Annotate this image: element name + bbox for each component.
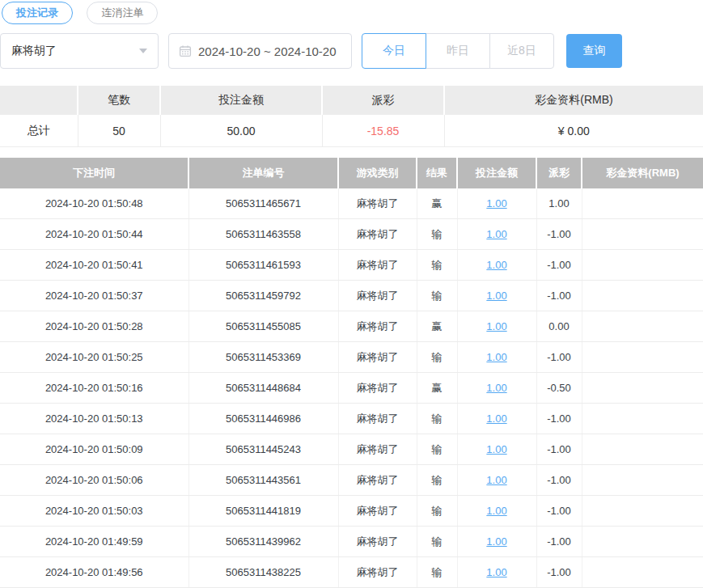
cell-order-id: 5065311443561	[188, 465, 338, 496]
date-range-input[interactable]: 2024-10-20 ~ 2024-10-20	[168, 33, 352, 69]
cell-bet-time: 2024-10-20 01:50:16	[0, 373, 188, 404]
bet-amount-link[interactable]: 1.00	[486, 290, 506, 302]
cell-order-id: 5065311463558	[188, 219, 338, 250]
bet-amount-link[interactable]: 1.00	[486, 505, 506, 517]
header-bonus: 彩金资料(RMB)	[582, 158, 703, 188]
summary-header-blank	[0, 86, 78, 115]
bet-amount-link[interactable]: 1.00	[486, 412, 506, 425]
cell-order-id: 5065311455085	[188, 311, 338, 342]
tabs: 投注记录 连消注单	[0, 0, 703, 24]
cell-bet-amount: 1.00	[457, 188, 536, 219]
bet-amount-link[interactable]: 1.00	[486, 351, 506, 363]
last-8-days-button[interactable]: 近8日	[489, 33, 554, 69]
cell-game-type: 麻将胡了	[338, 404, 417, 434]
cell-bet-time: 2024-10-20 01:50:03	[0, 496, 188, 527]
cell-game-type: 麻将胡了	[338, 311, 417, 342]
cell-bet-amount: 1.00	[457, 527, 536, 557]
cell-result: 输	[417, 434, 457, 465]
cell-bet-time: 2024-10-20 01:50:25	[0, 342, 188, 373]
cell-bonus	[582, 496, 703, 527]
cell-result: 输	[417, 342, 457, 373]
summary-header-bonus: 彩金资料(RMB)	[444, 86, 703, 115]
cell-order-id: 5065311446986	[188, 404, 338, 434]
summary-header-row: 笔数 投注金额 派彩 彩金资料(RMB)	[0, 86, 703, 115]
summary-total-count: 50	[78, 115, 160, 147]
cell-order-id: 5065311438225	[188, 557, 338, 588]
summary-total-payout: -15.85	[322, 115, 444, 147]
calendar-icon	[179, 44, 192, 57]
table-row: 2024-10-20 01:50:375065311459792麻将胡了输1.0…	[0, 281, 703, 311]
game-select[interactable]: 麻将胡了	[0, 33, 159, 69]
cell-payout: -1.00	[536, 557, 582, 588]
bet-amount-link[interactable]: 1.00	[486, 566, 506, 578]
cell-bet-time: 2024-10-20 01:50:48	[0, 188, 188, 219]
bet-amount-link[interactable]: 1.00	[486, 228, 506, 240]
cell-bonus	[582, 434, 703, 465]
cell-game-type: 麻将胡了	[338, 281, 417, 311]
cell-result: 输	[417, 219, 457, 250]
cell-bonus	[582, 219, 703, 250]
bet-amount-link[interactable]: 1.00	[486, 535, 506, 548]
cell-payout: 1.00	[536, 188, 582, 219]
cell-bet-amount: 1.00	[457, 496, 536, 527]
table-row: 2024-10-20 01:50:065065311443561麻将胡了输1.0…	[0, 465, 703, 496]
bet-amount-link[interactable]: 1.00	[486, 474, 506, 486]
cell-payout: -1.00	[536, 281, 582, 311]
bet-table-body: 2024-10-20 01:50:485065311465671麻将胡了赢1.0…	[0, 188, 703, 588]
cell-bet-amount: 1.00	[457, 465, 536, 496]
cell-result: 输	[417, 465, 457, 496]
yesterday-button[interactable]: 昨日	[426, 33, 490, 69]
date-quick-buttons: 今日 昨日 近8日	[362, 33, 554, 69]
cell-bonus	[582, 342, 703, 373]
cell-game-type: 麻将胡了	[338, 188, 417, 219]
cell-bonus	[582, 281, 703, 311]
cell-bet-time: 2024-10-20 01:50:41	[0, 250, 188, 281]
betting-records-page: 投注记录 连消注单 麻将胡了 2024-10-20 ~ 2024-10-20 今…	[0, 0, 703, 588]
cell-bonus	[582, 404, 703, 434]
table-row: 2024-10-20 01:50:415065311461593麻将胡了输1.0…	[0, 250, 703, 281]
header-bet-time: 下注时间	[0, 158, 188, 188]
today-button[interactable]: 今日	[362, 33, 426, 69]
search-button[interactable]: 查询	[566, 34, 622, 68]
cell-game-type: 麻将胡了	[338, 250, 417, 281]
summary-total-bet-amount: 50.00	[160, 115, 322, 147]
cell-bet-time: 2024-10-20 01:50:37	[0, 281, 188, 311]
table-row: 2024-10-20 01:50:285065311455085麻将胡了赢1.0…	[0, 311, 703, 342]
cell-game-type: 麻将胡了	[338, 557, 417, 588]
summary-header-bet-amount: 投注金额	[160, 86, 322, 115]
cell-game-type: 麻将胡了	[338, 342, 417, 373]
cell-bet-amount: 1.00	[457, 373, 536, 404]
table-row: 2024-10-20 01:50:165065311448684麻将胡了赢1.0…	[0, 373, 703, 404]
cell-bet-amount: 1.00	[457, 281, 536, 311]
cell-bet-time: 2024-10-20 01:49:59	[0, 527, 188, 557]
bet-amount-link[interactable]: 1.00	[486, 443, 506, 455]
table-row: 2024-10-20 01:50:135065311446986麻将胡了输1.0…	[0, 404, 703, 434]
summary-total-label: 总计	[0, 115, 78, 147]
bet-amount-link[interactable]: 1.00	[486, 197, 506, 209]
date-range-value: 2024-10-20 ~ 2024-10-20	[198, 44, 337, 58]
cell-bonus	[582, 250, 703, 281]
cell-order-id: 5065311445243	[188, 434, 338, 465]
cell-payout: 0.00	[536, 311, 582, 342]
cell-game-type: 麻将胡了	[338, 465, 417, 496]
cell-payout: -1.00	[536, 465, 582, 496]
cell-payout: -1.00	[536, 496, 582, 527]
cell-game-type: 麻将胡了	[338, 527, 417, 557]
bet-amount-link[interactable]: 1.00	[486, 259, 506, 271]
cell-bet-time: 2024-10-20 01:49:56	[0, 557, 188, 588]
tab-bet-records[interactable]: 投注记录	[2, 2, 73, 24]
bet-amount-link[interactable]: 1.00	[486, 382, 506, 394]
cell-payout: -1.00	[536, 342, 582, 373]
tab-cancelled-orders[interactable]: 连消注单	[87, 2, 158, 24]
cell-order-id: 5065311459792	[188, 281, 338, 311]
cell-bet-time: 2024-10-20 01:50:06	[0, 465, 188, 496]
header-game-type: 游戏类别	[338, 158, 417, 188]
filter-bar: 麻将胡了 2024-10-20 ~ 2024-10-20 今日 昨日 近8日 查…	[0, 33, 703, 69]
summary-table: 笔数 投注金额 派彩 彩金资料(RMB) 总计 50 50.00 -15.85 …	[0, 86, 703, 147]
bet-amount-link[interactable]: 1.00	[486, 320, 506, 332]
cell-payout: -1.00	[536, 434, 582, 465]
cell-result: 输	[417, 496, 457, 527]
table-row: 2024-10-20 01:50:035065311441819麻将胡了输1.0…	[0, 496, 703, 527]
summary-header-payout: 派彩	[322, 86, 444, 115]
table-row: 2024-10-20 01:50:095065311445243麻将胡了输1.0…	[0, 434, 703, 465]
